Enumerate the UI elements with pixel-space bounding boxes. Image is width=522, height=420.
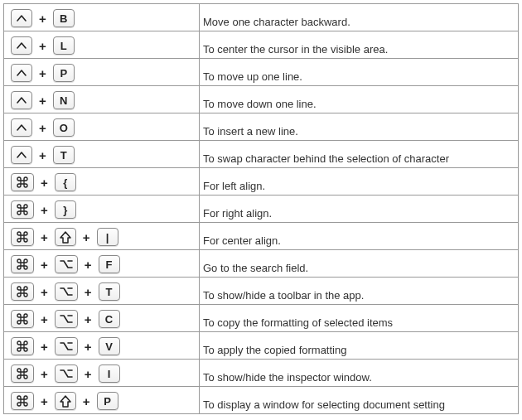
- description-cell: For center align.: [200, 223, 519, 250]
- shortcut-cell: +P: [4, 59, 200, 86]
- key-}: }: [55, 200, 76, 219]
- key-label: P: [104, 395, 111, 408]
- description-cell: To display a window for selecting docume…: [200, 387, 519, 414]
- key-label: B: [60, 12, 67, 25]
- key-label: F: [106, 258, 113, 271]
- key-t: T: [99, 282, 120, 301]
- key-label: T: [106, 286, 113, 298]
- description-cell: Go to the search field.: [200, 250, 519, 278]
- key-i: I: [99, 364, 120, 383]
- shortcut-table: +BMove one character backward.+LTo cente…: [3, 3, 519, 414]
- shortcut-cell: ++F: [4, 250, 200, 278]
- plus-icon: +: [39, 94, 46, 108]
- plus-icon: +: [85, 312, 92, 326]
- ctrl-key-icon: [11, 91, 32, 109]
- plus-icon: +: [41, 176, 48, 190]
- ctrl-key-icon: [11, 118, 32, 137]
- shortcut-cell: +N: [4, 86, 200, 113]
- description-cell: Move one character backward.: [200, 4, 519, 31]
- cmd-key-icon: [11, 392, 34, 410]
- plus-icon: +: [39, 121, 46, 135]
- shortcut-cell: +{: [4, 168, 200, 196]
- cmd-key-icon: [11, 200, 34, 219]
- ctrl-key-icon: [11, 9, 32, 27]
- shortcut-cell: ++|: [4, 223, 200, 250]
- opt-key-icon: [55, 337, 78, 355]
- description-text: To insert a new line.: [203, 125, 298, 138]
- key-l: L: [53, 36, 75, 55]
- plus-icon: +: [39, 12, 46, 26]
- plus-icon: +: [83, 394, 90, 408]
- description-text: For left align.: [203, 180, 265, 192]
- plus-icon: +: [39, 39, 46, 53]
- key-label: O: [60, 122, 68, 134]
- plus-icon: +: [85, 285, 92, 299]
- key-label: T: [60, 149, 67, 162]
- key-{: {: [55, 173, 76, 191]
- shortcut-cell: +L: [4, 31, 200, 59]
- description-cell: To show/hide a toolbar in the app.: [200, 278, 519, 305]
- shortcut-cell: +O: [4, 113, 200, 141]
- description-text: To center the cursor in the visible area…: [203, 43, 388, 56]
- key-label: C: [105, 313, 113, 326]
- plus-icon: +: [41, 258, 48, 272]
- key-label: I: [108, 368, 111, 380]
- opt-key-icon: [55, 364, 78, 383]
- key-label: V: [105, 340, 113, 353]
- ctrl-key-icon: [11, 64, 32, 82]
- key-c: C: [99, 310, 120, 328]
- shortcut-cell: ++I: [4, 360, 200, 387]
- table-row: +{For left align.: [4, 168, 519, 196]
- cmd-key-icon: [11, 337, 34, 355]
- key-b: B: [53, 9, 75, 27]
- description-text: To show/hide a toolbar in the app.: [203, 289, 364, 302]
- plus-icon: +: [41, 367, 48, 381]
- description-cell: To swap character behind the selection o…: [200, 141, 519, 168]
- key-label: {: [63, 176, 67, 189]
- table-row: +NTo move down one line.: [4, 86, 519, 113]
- plus-icon: +: [41, 230, 48, 244]
- plus-icon: +: [41, 285, 48, 299]
- key-label: N: [60, 94, 67, 107]
- table-row: +}For right align.: [4, 196, 519, 223]
- description-cell: For left align.: [200, 168, 519, 196]
- description-text: To show/hide the inspector window.: [203, 371, 372, 384]
- key-o: O: [53, 118, 75, 137]
- description-text: To move down one line.: [203, 98, 317, 110]
- key-p: P: [97, 392, 118, 410]
- description-text: To apply the copied formatting: [203, 344, 346, 356]
- description-text: For right align.: [203, 207, 272, 220]
- table-row: +TTo swap character behind the selection…: [4, 141, 519, 168]
- plus-icon: +: [41, 394, 48, 408]
- key-label: P: [60, 67, 67, 80]
- description-text: To move up one line.: [203, 70, 302, 83]
- key-f: F: [99, 255, 120, 273]
- plus-icon: +: [85, 367, 92, 381]
- shortcut-cell: ++T: [4, 278, 200, 305]
- description-text: For center align.: [203, 234, 281, 247]
- key-t: T: [53, 146, 75, 164]
- key-label: |: [106, 231, 109, 244]
- description-cell: To copy the formatting of selected items: [200, 305, 519, 332]
- table-row: ++TTo show/hide a toolbar in the app.: [4, 278, 519, 305]
- description-text: Go to the search field.: [203, 262, 308, 274]
- description-text: To display a window for selecting docume…: [203, 398, 445, 411]
- shift-key-icon: [55, 392, 76, 410]
- table-row: ++FGo to the search field.: [4, 250, 519, 278]
- description-cell: To center the cursor in the visible area…: [200, 31, 519, 59]
- description-cell: For right align.: [200, 196, 519, 223]
- shortcut-cell: ++P: [4, 387, 200, 414]
- plus-icon: +: [41, 340, 48, 354]
- table-row: +OTo insert a new line.: [4, 113, 519, 141]
- description-cell: To move up one line.: [200, 59, 519, 86]
- shortcut-cell: ++C: [4, 305, 200, 332]
- shortcut-cell: ++V: [4, 332, 200, 360]
- shortcut-cell: +B: [4, 4, 200, 31]
- description-cell: To insert a new line.: [200, 113, 519, 141]
- cmd-key-icon: [11, 228, 34, 246]
- plus-icon: +: [85, 258, 92, 272]
- description-cell: To show/hide the inspector window.: [200, 360, 519, 387]
- cmd-key-icon: [11, 310, 34, 328]
- cmd-key-icon: [11, 173, 34, 191]
- table-row: +PTo move up one line.: [4, 59, 519, 86]
